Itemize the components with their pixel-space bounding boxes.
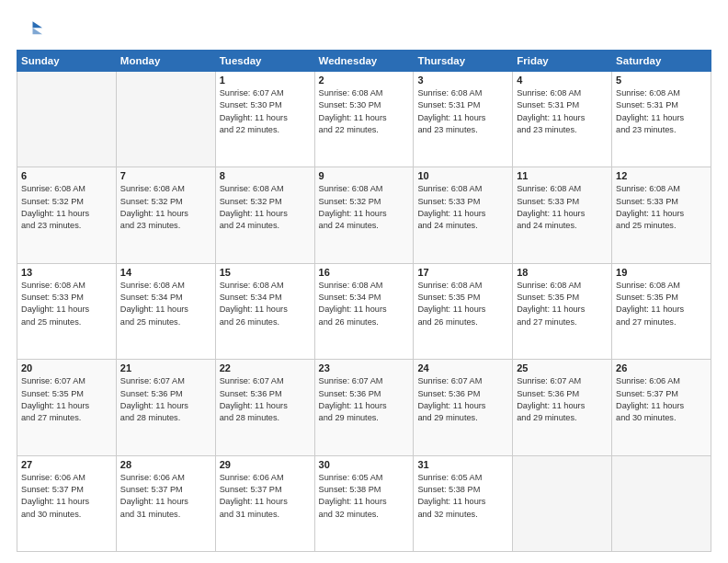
calendar-cell: 31Sunrise: 6:05 AM Sunset: 5:38 PM Dayli…	[414, 455, 513, 551]
day-number: 13	[21, 267, 112, 278]
day-number: 3	[417, 75, 508, 86]
day-info: Sunrise: 6:08 AM Sunset: 5:32 PM Dayligh…	[120, 183, 211, 232]
calendar-week-row: 20Sunrise: 6:07 AM Sunset: 5:35 PM Dayli…	[17, 360, 711, 455]
logo	[17, 17, 46, 42]
day-info: Sunrise: 6:07 AM Sunset: 5:36 PM Dayligh…	[517, 375, 608, 424]
calendar-cell: 13Sunrise: 6:08 AM Sunset: 5:33 PM Dayli…	[17, 263, 117, 359]
weekday-header: Wednesday	[314, 51, 414, 72]
day-info: Sunrise: 6:06 AM Sunset: 5:37 PM Dayligh…	[120, 472, 211, 521]
weekday-header: Sunday	[17, 51, 117, 72]
calendar-cell: 9Sunrise: 6:08 AM Sunset: 5:32 PM Daylig…	[314, 167, 414, 263]
calendar-page: SundayMondayTuesdayWednesdayThursdayFrid…	[0, 0, 728, 563]
day-number: 20	[21, 362, 112, 373]
day-number: 27	[21, 459, 112, 470]
day-number: 22	[220, 362, 311, 373]
day-number: 4	[517, 75, 608, 86]
calendar-cell: 8Sunrise: 6:08 AM Sunset: 5:32 PM Daylig…	[215, 167, 314, 263]
day-info: Sunrise: 6:07 AM Sunset: 5:36 PM Dayligh…	[417, 375, 508, 424]
day-number: 24	[417, 362, 508, 373]
day-number: 12	[616, 170, 707, 181]
calendar-cell: 23Sunrise: 6:07 AM Sunset: 5:36 PM Dayli…	[314, 360, 414, 455]
calendar-cell	[17, 72, 117, 167]
weekday-header: Monday	[116, 51, 215, 72]
calendar-cell: 7Sunrise: 6:08 AM Sunset: 5:32 PM Daylig…	[116, 167, 215, 263]
day-number: 14	[120, 267, 211, 278]
day-info: Sunrise: 6:08 AM Sunset: 5:31 PM Dayligh…	[417, 87, 508, 136]
header	[17, 17, 711, 42]
calendar-week-row: 27Sunrise: 6:06 AM Sunset: 5:37 PM Dayli…	[17, 455, 711, 551]
calendar-cell: 1Sunrise: 6:07 AM Sunset: 5:30 PM Daylig…	[215, 72, 314, 167]
calendar-week-row: 6Sunrise: 6:08 AM Sunset: 5:32 PM Daylig…	[17, 167, 711, 263]
calendar-week-row: 13Sunrise: 6:08 AM Sunset: 5:33 PM Dayli…	[17, 263, 711, 359]
calendar-cell: 16Sunrise: 6:08 AM Sunset: 5:34 PM Dayli…	[314, 263, 414, 359]
day-number: 25	[517, 362, 608, 373]
day-number: 26	[616, 362, 707, 373]
day-info: Sunrise: 6:08 AM Sunset: 5:32 PM Dayligh…	[21, 183, 112, 232]
calendar-cell: 22Sunrise: 6:07 AM Sunset: 5:36 PM Dayli…	[215, 360, 314, 455]
day-info: Sunrise: 6:07 AM Sunset: 5:36 PM Dayligh…	[220, 375, 311, 424]
weekday-header: Thursday	[414, 51, 513, 72]
weekday-header: Friday	[513, 51, 612, 72]
calendar-header-row: SundayMondayTuesdayWednesdayThursdayFrid…	[17, 51, 711, 72]
calendar-cell: 3Sunrise: 6:08 AM Sunset: 5:31 PM Daylig…	[414, 72, 513, 167]
day-info: Sunrise: 6:06 AM Sunset: 5:37 PM Dayligh…	[220, 472, 311, 521]
day-info: Sunrise: 6:08 AM Sunset: 5:33 PM Dayligh…	[21, 280, 112, 328]
calendar-cell: 19Sunrise: 6:08 AM Sunset: 5:35 PM Dayli…	[612, 263, 711, 359]
day-number: 1	[220, 75, 311, 86]
calendar-cell: 25Sunrise: 6:07 AM Sunset: 5:36 PM Dayli…	[513, 360, 612, 455]
day-info: Sunrise: 6:08 AM Sunset: 5:30 PM Dayligh…	[319, 87, 410, 136]
day-info: Sunrise: 6:05 AM Sunset: 5:38 PM Dayligh…	[417, 472, 508, 521]
day-number: 15	[220, 267, 311, 278]
calendar-cell: 28Sunrise: 6:06 AM Sunset: 5:37 PM Dayli…	[116, 455, 215, 551]
day-number: 2	[319, 75, 410, 86]
day-info: Sunrise: 6:08 AM Sunset: 5:34 PM Dayligh…	[319, 280, 410, 328]
day-info: Sunrise: 6:07 AM Sunset: 5:30 PM Dayligh…	[220, 87, 311, 136]
day-number: 19	[616, 267, 707, 278]
calendar-cell: 21Sunrise: 6:07 AM Sunset: 5:36 PM Dayli…	[116, 360, 215, 455]
day-info: Sunrise: 6:07 AM Sunset: 5:35 PM Dayligh…	[21, 375, 112, 424]
svg-marker-0	[33, 21, 43, 28]
calendar-cell: 10Sunrise: 6:08 AM Sunset: 5:33 PM Dayli…	[414, 167, 513, 263]
calendar-cell: 26Sunrise: 6:06 AM Sunset: 5:37 PM Dayli…	[612, 360, 711, 455]
svg-marker-1	[33, 28, 43, 34]
day-number: 11	[517, 170, 608, 181]
day-number: 23	[319, 362, 410, 373]
day-number: 9	[319, 170, 410, 181]
calendar-cell	[116, 72, 215, 167]
day-info: Sunrise: 6:08 AM Sunset: 5:34 PM Dayligh…	[220, 280, 311, 328]
day-number: 18	[517, 267, 608, 278]
day-number: 29	[220, 459, 311, 470]
calendar-cell: 29Sunrise: 6:06 AM Sunset: 5:37 PM Dayli…	[215, 455, 314, 551]
calendar-cell: 17Sunrise: 6:08 AM Sunset: 5:35 PM Dayli…	[414, 263, 513, 359]
day-number: 28	[120, 459, 211, 470]
day-number: 7	[120, 170, 211, 181]
calendar-cell: 27Sunrise: 6:06 AM Sunset: 5:37 PM Dayli…	[17, 455, 117, 551]
day-number: 17	[417, 267, 508, 278]
calendar-table: SundayMondayTuesdayWednesdayThursdayFrid…	[17, 50, 711, 552]
day-info: Sunrise: 6:08 AM Sunset: 5:32 PM Dayligh…	[220, 183, 311, 232]
calendar-cell: 20Sunrise: 6:07 AM Sunset: 5:35 PM Dayli…	[17, 360, 117, 455]
day-number: 16	[319, 267, 410, 278]
day-info: Sunrise: 6:08 AM Sunset: 5:33 PM Dayligh…	[417, 183, 508, 232]
day-info: Sunrise: 6:08 AM Sunset: 5:33 PM Dayligh…	[517, 183, 608, 232]
logo-icon	[17, 17, 42, 42]
calendar-cell: 4Sunrise: 6:08 AM Sunset: 5:31 PM Daylig…	[513, 72, 612, 167]
day-info: Sunrise: 6:08 AM Sunset: 5:35 PM Dayligh…	[517, 280, 608, 328]
day-number: 5	[616, 75, 707, 86]
day-info: Sunrise: 6:08 AM Sunset: 5:35 PM Dayligh…	[616, 280, 707, 328]
day-info: Sunrise: 6:08 AM Sunset: 5:33 PM Dayligh…	[616, 183, 707, 232]
day-info: Sunrise: 6:08 AM Sunset: 5:31 PM Dayligh…	[616, 87, 707, 136]
calendar-cell: 24Sunrise: 6:07 AM Sunset: 5:36 PM Dayli…	[414, 360, 513, 455]
calendar-cell	[612, 455, 711, 551]
day-number: 8	[220, 170, 311, 181]
day-info: Sunrise: 6:08 AM Sunset: 5:35 PM Dayligh…	[417, 280, 508, 328]
day-info: Sunrise: 6:06 AM Sunset: 5:37 PM Dayligh…	[21, 472, 112, 521]
calendar-cell: 15Sunrise: 6:08 AM Sunset: 5:34 PM Dayli…	[215, 263, 314, 359]
day-info: Sunrise: 6:08 AM Sunset: 5:31 PM Dayligh…	[517, 87, 608, 136]
day-info: Sunrise: 6:08 AM Sunset: 5:32 PM Dayligh…	[319, 183, 410, 232]
day-info: Sunrise: 6:07 AM Sunset: 5:36 PM Dayligh…	[319, 375, 410, 424]
calendar-cell: 6Sunrise: 6:08 AM Sunset: 5:32 PM Daylig…	[17, 167, 117, 263]
calendar-cell	[513, 455, 612, 551]
day-number: 10	[417, 170, 508, 181]
calendar-cell: 30Sunrise: 6:05 AM Sunset: 5:38 PM Dayli…	[314, 455, 414, 551]
